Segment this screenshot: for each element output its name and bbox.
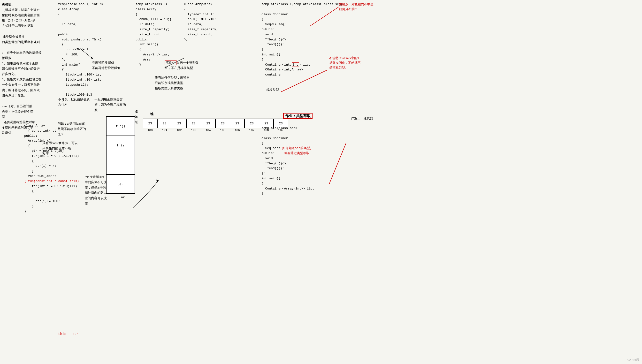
heap-cell-4: 23 bbox=[201, 118, 216, 128]
low-address-label: 低地址 bbox=[135, 109, 138, 125]
arrow-compile bbox=[72, 46, 97, 63]
addr-105: 105 bbox=[216, 129, 230, 132]
heap-title: 堆 bbox=[150, 111, 154, 117]
addr-107: 107 bbox=[244, 129, 259, 132]
homework-title-1: 作业：类型萃取 bbox=[283, 113, 312, 119]
code-arry-int: class Arry<int> { typedef int T; enum{ I… bbox=[184, 2, 218, 42]
svg-line-2 bbox=[310, 7, 339, 26]
annotation-const-ptr: 只有用const修饰ptr，可以ptr所指向的值才不能改变 bbox=[42, 140, 86, 156]
addr-103: 103 bbox=[186, 129, 201, 132]
annotation-cannot-instantiate: 不能将Container中的T类型实例化，不然就不是模板类型。 bbox=[329, 56, 385, 70]
heap-cell-6: 23 bbox=[230, 118, 244, 128]
addr-100: 100 bbox=[143, 129, 157, 132]
svg-line-1 bbox=[164, 58, 184, 68]
svg-marker-4 bbox=[156, 180, 159, 182]
annotation-key-question: 关键点：对象在内存中是如何分布的？ bbox=[339, 2, 394, 12]
arrow-instantiate bbox=[145, 48, 194, 72]
heap-cell-1: 23 bbox=[157, 118, 172, 128]
annotation-default-val: 不可以，默认值赋值从右往左 bbox=[58, 97, 99, 108]
arrow-template-type bbox=[266, 68, 332, 94]
stack-this: this bbox=[106, 136, 134, 156]
arrow-homework-red bbox=[310, 140, 358, 189]
heap-cell-5: 23 bbox=[216, 118, 230, 128]
homework-type-extract: 作业：类型萃取 bbox=[283, 114, 312, 118]
arrow-stack-to-heap bbox=[104, 170, 160, 218]
arrow-key-question bbox=[290, 2, 344, 31]
heap-cell-0: 23 bbox=[143, 118, 157, 128]
heap-cell-7: 23 bbox=[244, 118, 259, 128]
code-homework: template<class seq> class Continer { Seq… bbox=[262, 126, 314, 196]
svg-line-0 bbox=[80, 48, 92, 58]
heap-cell-2: 23 bbox=[172, 118, 186, 128]
annotation-problem: 问题：ar调用fun()函数能不能改变堆区的值？ bbox=[58, 121, 100, 137]
annotation-no-type: 没有给任何类型，编译器只能识别成模板类型。模板类型没具体类型 bbox=[155, 75, 206, 91]
stack-fun: fun() bbox=[106, 117, 134, 136]
main-canvas: 类模板： （模板类型，就是在创建对 象的时候必须在类名的后面 用 –类名<类型>… bbox=[0, 0, 642, 364]
addr-106: 106 bbox=[230, 129, 244, 132]
annotation-this-ptr: this → ptr bbox=[58, 332, 78, 337]
heap-cell-3: 23 bbox=[186, 118, 201, 128]
homework-title-2: 作业二：迭代器 bbox=[351, 116, 373, 120]
addr-101: 101 bbox=[157, 129, 172, 132]
annotation-compile-time: 在编译阶段完成不能再运行阶段赋值 bbox=[92, 60, 140, 71]
svg-line-5 bbox=[329, 143, 346, 184]
addr-104: 104 bbox=[201, 129, 216, 132]
watermark: ©备注截图 bbox=[627, 358, 640, 362]
addr-102: 102 bbox=[172, 129, 186, 132]
annotation-call-template: 一旦调用函数就会弃滞，因为会调用模板函数 bbox=[94, 97, 136, 113]
svg-line-3 bbox=[281, 70, 327, 92]
template-notes-header: 类模板： （模板类型，就是在创建对 象的时候必须在类名的后面 用 –类名<类型>… bbox=[2, 2, 55, 136]
